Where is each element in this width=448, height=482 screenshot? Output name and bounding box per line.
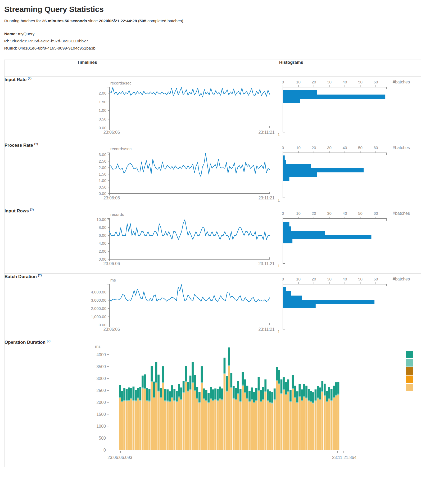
- svg-text:1.50: 1.50: [99, 172, 106, 176]
- svg-text:records/sec: records/sec: [110, 146, 132, 151]
- timelines-column-header: Timelines: [77, 60, 279, 77]
- svg-text:#batches: #batches: [393, 277, 410, 281]
- svg-text:23:11:21: 23:11:21: [258, 327, 274, 332]
- svg-text:20: 20: [312, 145, 316, 150]
- running-batches-summary: Running batches for 26 minutes 56 second…: [4, 19, 448, 23]
- input-rows-help-icon[interactable]: (?): [30, 208, 34, 211]
- svg-text:1000: 1000: [96, 424, 106, 429]
- svg-text:10: 10: [296, 80, 301, 84]
- query-runid-row: RunId: 04e101e6-8bf8-4165-9099-9104c951b…: [4, 44, 448, 52]
- svg-text:0: 0: [282, 80, 284, 84]
- svg-text:1: 1: [278, 264, 280, 268]
- svg-text:6.00: 6.00: [99, 233, 106, 238]
- since-text: since: [87, 19, 99, 23]
- query-name-label: Name:: [4, 32, 17, 36]
- svg-text:1: 1: [278, 329, 280, 334]
- batch-duration-label: Batch Duration: [4, 274, 37, 279]
- svg-text:4,000.00: 4,000.00: [91, 290, 106, 294]
- process-rate-timeline-cell: records/sec0.000.501.001.502.002.503.002…: [77, 142, 279, 208]
- svg-text:0: 0: [282, 211, 284, 216]
- svg-text:1,000.00: 1,000.00: [91, 314, 106, 319]
- svg-text:1500: 1500: [96, 412, 106, 417]
- svg-text:50: 50: [358, 80, 363, 84]
- svg-text:0.00: 0.00: [99, 257, 106, 261]
- svg-text:20: 20: [312, 211, 316, 216]
- svg-text:#batches: #batches: [393, 80, 410, 84]
- svg-text:3.00: 3.00: [99, 152, 106, 157]
- input-rate-help-icon[interactable]: (?): [28, 77, 31, 80]
- svg-text:2,000.00: 2,000.00: [91, 306, 106, 311]
- batch-duration-label-cell: Batch Duration (?): [4, 274, 77, 339]
- input-rate-label: Input Rate: [4, 77, 26, 82]
- svg-text:60: 60: [374, 277, 378, 281]
- svg-text:60: 60: [374, 211, 378, 216]
- svg-text:500: 500: [99, 436, 106, 440]
- running-duration: 26 minutes 56 seconds: [42, 19, 87, 23]
- svg-text:#batches: #batches: [393, 211, 410, 216]
- operation-duration-label-cell: Operation Duration (?): [4, 339, 77, 467]
- teal-legend-swatch: [406, 351, 413, 358]
- operation-duration-label: Operation Duration: [4, 340, 46, 345]
- summary-prefix: Running batches for: [4, 19, 42, 23]
- svg-text:0: 0: [103, 448, 106, 452]
- query-metadata: Name: myQuery Id: 9d0dd219-995d-423e-b97…: [4, 30, 448, 52]
- process-rate-timeline-chart: records/sec0.000.501.001.502.002.503.002…: [77, 142, 279, 207]
- input-rate-histogram-chart: 0102030405060#batches1: [279, 77, 421, 142]
- svg-text:23:06:06: 23:06:06: [103, 261, 120, 266]
- svg-text:2.00: 2.00: [99, 91, 106, 95]
- input-rows-row: Input Rows (?) records0.002.004.006.008.…: [4, 208, 421, 274]
- svg-text:50: 50: [358, 277, 363, 281]
- query-id-row: Id: 9d0dd219-995d-423e-b97d-36931110bb27: [4, 37, 448, 44]
- svg-text:3,000.00: 3,000.00: [91, 298, 106, 302]
- svg-text:23:11:21.864: 23:11:21.864: [332, 455, 356, 460]
- completed-text: completed batches): [146, 19, 183, 23]
- process-rate-label: Process Rate: [4, 143, 33, 148]
- svg-text:23:11:21: 23:11:21: [258, 261, 274, 266]
- svg-text:50: 50: [358, 145, 363, 150]
- process-rate-histogram-cell: 0102030405060#batches1: [279, 142, 421, 208]
- svg-text:0: 0: [282, 277, 284, 281]
- query-runid-value: 04e101e6-8bf8-4165-9099-9104c951ba3b: [17, 46, 96, 50]
- svg-text:1.00: 1.00: [99, 108, 106, 113]
- svg-text:10.00: 10.00: [96, 217, 106, 222]
- process-rate-help-icon[interactable]: (?): [34, 142, 38, 145]
- batch-duration-timeline-chart: ms0.001,000.002,000.003,000.004,000.0023…: [77, 274, 279, 339]
- batch-duration-help-icon[interactable]: (?): [38, 274, 42, 277]
- svg-text:records: records: [110, 212, 124, 217]
- svg-text:1.50: 1.50: [99, 100, 106, 104]
- operation-duration-chart-cell: ms0500100015002000250030003500400023:06:…: [77, 339, 421, 467]
- svg-text:10: 10: [296, 145, 301, 150]
- svg-text:1.00: 1.00: [99, 178, 106, 183]
- svg-text:1: 1: [278, 198, 280, 202]
- process-rate-row: Process Rate (?) records/sec0.000.501.00…: [4, 142, 421, 208]
- svg-text:records/sec: records/sec: [110, 81, 132, 85]
- svg-text:2.50: 2.50: [99, 159, 106, 163]
- svg-text:23:06:06: 23:06:06: [103, 196, 120, 200]
- svg-text:23:06:06.093: 23:06:06.093: [107, 455, 132, 460]
- paren-open: (: [137, 19, 139, 23]
- svg-text:#batches: #batches: [393, 145, 410, 150]
- svg-text:1: 1: [278, 132, 280, 137]
- svg-text:23:06:06: 23:06:06: [103, 130, 120, 135]
- svg-text:2.00: 2.00: [99, 165, 106, 170]
- svg-text:2.00: 2.00: [99, 249, 106, 253]
- svg-text:10: 10: [296, 277, 301, 281]
- svg-text:0.00: 0.00: [99, 323, 106, 327]
- orange-legend-swatch: [406, 376, 413, 383]
- table-header-row: Timelines Histograms: [4, 60, 421, 77]
- input-rows-timeline-cell: records0.002.004.006.008.0010.0023:06:06…: [77, 208, 279, 274]
- svg-text:40: 40: [343, 211, 347, 216]
- operation-duration-help-icon[interactable]: (?): [47, 339, 51, 342]
- completed-batches-count: 505: [139, 19, 146, 23]
- batch-duration-histogram-chart: 0102030405060#batches1: [279, 274, 421, 339]
- streaming-query-statistics-page: Streaming Query Statistics Running batch…: [0, 0, 448, 467]
- svg-text:0.00: 0.00: [99, 191, 106, 196]
- svg-text:4000: 4000: [96, 352, 106, 357]
- input-rows-histogram-cell: 0102030405060#batches1: [279, 208, 421, 274]
- svg-text:23:06:06: 23:06:06: [103, 327, 120, 332]
- page-title: Streaming Query Statistics: [4, 5, 448, 14]
- svg-text:20: 20: [312, 80, 316, 84]
- svg-text:20: 20: [312, 277, 316, 281]
- process-rate-histogram-chart: 0102030405060#batches1: [279, 142, 421, 207]
- svg-text:60: 60: [374, 145, 378, 150]
